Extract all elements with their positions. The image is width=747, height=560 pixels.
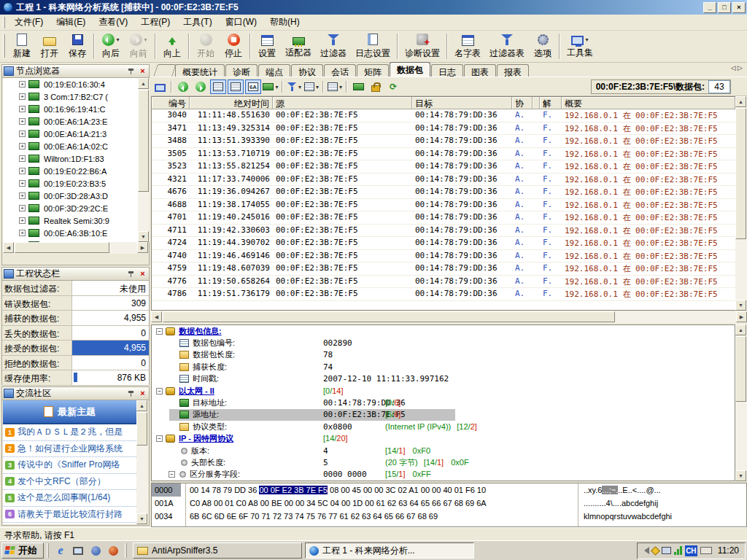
tree-node[interactable]: +00:0F:3D:28:A3:D (3, 190, 148, 202)
filter-menu-icon[interactable]: ▾ (286, 79, 302, 94)
tab-数据包[interactable]: 数据包 (390, 62, 430, 77)
close-icon[interactable]: × (138, 67, 147, 76)
maximize-button[interactable]: □ (718, 2, 731, 13)
detail-row[interactable]: −以太网 - II[0/14] (152, 385, 735, 397)
tab-诊断[interactable]: 诊断 (225, 64, 258, 77)
node-tree-hscrollbar[interactable]: ◀ ▶ (3, 242, 148, 254)
tree-node[interactable]: +00:16:96:19:41:C (3, 103, 148, 115)
topic-link[interactable]: 2急！如何进行企业网络系统 (3, 441, 136, 458)
close-icon[interactable]: × (138, 270, 147, 279)
tab-scroll-arrows[interactable]: ◁ ▷ (731, 64, 743, 71)
tab-会话[interactable]: 会话 (324, 64, 356, 77)
scroll-right-icon[interactable]: ▶ (736, 311, 747, 322)
detail-row[interactable]: 不同的服务代码点:0000 00..(缺省)[15/1]0xFC (152, 481, 735, 481)
scroll-up-icon[interactable]: ▲ (735, 96, 746, 107)
column-header-7[interactable]: 解 (540, 97, 562, 109)
scroll-thumb[interactable] (735, 336, 746, 402)
menu-item-5[interactable]: 工具(T) (177, 14, 218, 31)
expand-icon[interactable]: + (19, 155, 26, 162)
expand-icon[interactable]: + (19, 131, 26, 137)
expand-icon[interactable]: + (19, 217, 26, 224)
hex-row[interactable]: 001AC0 A8 00 01 C0 A8 00 BE 00 00 34 5C … (152, 497, 746, 510)
menu-grip[interactable] (3, 17, 5, 28)
expand-icon[interactable]: + (19, 180, 26, 187)
detail-row[interactable]: 协议类型:0x0800(Internet IP (IPv4))[12/2] (152, 421, 735, 432)
toolbar-button-12[interactable]: 日志设置 (351, 31, 395, 62)
taskarea-grip[interactable] (125, 543, 127, 558)
lock-icon[interactable] (368, 79, 384, 94)
column-header-1[interactable]: 编号 (152, 97, 190, 109)
network-icon[interactable] (662, 547, 671, 554)
table-row[interactable]: 477611:19:50.65826400:0F:E2:3B:7E:F500:1… (152, 276, 735, 289)
menu-item-3[interactable]: 查看(V) (92, 14, 134, 31)
menu-item-1[interactable]: 文件(F) (8, 14, 50, 31)
detail-row[interactable]: 源地址:00:0F:E2:3B:7E:F5[6/6] (152, 409, 735, 421)
collapse-icon[interactable]: − (169, 471, 175, 478)
dropdown-arrow-icon[interactable]: ▾ (144, 36, 147, 43)
toolbar-button-17[interactable]: ▾工具集 (562, 31, 597, 62)
pin-icon[interactable] (127, 389, 136, 398)
topic-link[interactable]: 6请教关于最近比较流行封路 (3, 507, 136, 524)
node-tree-vscrollbar[interactable]: ▲ ▼ (138, 78, 150, 242)
tree-node[interactable]: +00:0E:A6:1A:02:C (3, 140, 148, 152)
speaker-icon[interactable] (640, 547, 649, 554)
minimize-button[interactable]: _ (703, 2, 716, 13)
toolbar-button-4[interactable]: ▾向后 (97, 31, 125, 62)
topic-link[interactable]: 1我的ＡＤＳＬ是２兆，但是 (3, 424, 136, 441)
tree-node[interactable]: +Wiltron:1D:F1:83 (3, 152, 148, 165)
collapse-icon[interactable]: − (156, 435, 163, 442)
menu-item-2[interactable]: 编辑(E) (50, 14, 92, 31)
expand-icon[interactable]: + (19, 118, 26, 125)
detail-row[interactable]: 数据包编号:002890 (152, 337, 735, 349)
detail-row[interactable]: 目标地址:00:14:78:79:DD:36[0/6] (152, 397, 735, 408)
scroll-thumb[interactable] (136, 412, 147, 446)
scroll-down-icon[interactable]: ▼ (735, 300, 746, 311)
scroll-thumb[interactable] (163, 311, 615, 322)
detail-row[interactable]: −区分服务字段:0000 0000[15/1]0xFF (152, 469, 735, 481)
menu-item-6[interactable]: 窗口(W) (219, 14, 263, 31)
diamond-icon[interactable] (651, 546, 660, 556)
tree-node[interactable]: +00:0E:A6:3B:10:E (3, 227, 148, 239)
table-row[interactable]: 478611:19:51.73617900:0F:E2:3B:7E:F500:1… (152, 288, 735, 301)
detail-row[interactable]: 头部长度:5(20 字节)[14/1]0x0F (152, 456, 735, 468)
tab-矩阵[interactable]: 矩阵 (357, 64, 389, 77)
toolbar-button-8[interactable]: 停止 (220, 31, 247, 62)
scroll-thumb[interactable] (138, 90, 149, 192)
table-row[interactable]: 352311:13:55.82125400:0F:E2:3B:7E:F500:1… (152, 160, 735, 174)
scroll-thumb[interactable] (735, 108, 746, 239)
detail-row[interactable]: 版本:4[14/1]0xF0 (152, 445, 735, 456)
collapse-icon[interactable]: − (156, 388, 163, 394)
signal-icon[interactable] (674, 546, 682, 555)
hex-row[interactable]: 00346B 6C 6D 6E 6F 70 71 72 73 74 75 76 … (152, 510, 746, 523)
desktop-icon[interactable] (70, 542, 86, 559)
pin-icon[interactable] (127, 67, 136, 76)
tree-node[interactable]: +00:19:E0:16:30:4 (3, 78, 148, 90)
community-scrollbar[interactable]: ▲ ▼ (136, 400, 148, 524)
toolbar-button-11[interactable]: 过滤器 (316, 31, 351, 62)
scroll-down-icon[interactable]: ▼ (136, 513, 147, 524)
toolbar-button-9[interactable]: 设置 (253, 31, 281, 62)
column-header-2[interactable]: 绝对时间 (190, 97, 273, 109)
keyboard-icon[interactable] (700, 547, 712, 554)
scroll-down-icon[interactable]: ▼ (138, 231, 149, 242)
table-row[interactable]: 348811:13:51.39339000:0F:E2:3B:7E:F500:1… (152, 135, 735, 148)
expand-icon[interactable]: + (19, 192, 26, 199)
tab-端点[interactable]: 端点 (258, 64, 290, 77)
topic-link[interactable]: 4发个中文RFC（部分） (3, 474, 136, 491)
close-icon[interactable]: × (138, 389, 147, 398)
column-header-8[interactable]: 概要 (562, 97, 735, 109)
expand-icon[interactable]: + (19, 81, 26, 88)
expand-icon[interactable]: + (19, 143, 26, 149)
toolbar-grip[interactable] (3, 34, 5, 58)
tab-日志[interactable]: 日志 (431, 64, 463, 77)
column-header-3[interactable]: 源 (273, 97, 412, 109)
column-header-4[interactable]: 目标 (412, 97, 512, 109)
toolbar-button-1[interactable]: 新建 (8, 31, 36, 62)
expand-icon[interactable]: + (19, 106, 26, 112)
table-row[interactable]: 350511:13:53.71071900:0F:E2:3B:7E:F500:1… (152, 148, 735, 161)
menu-item-7[interactable]: 帮助(H) (263, 14, 306, 31)
dropdown-arrow-icon[interactable]: ▾ (116, 36, 119, 43)
task-button-capsa[interactable]: 工程 1 - 科来网络分析... (305, 542, 474, 559)
scroll-left-icon[interactable]: ◀ (151, 311, 162, 322)
next-packet-icon[interactable] (193, 79, 209, 94)
